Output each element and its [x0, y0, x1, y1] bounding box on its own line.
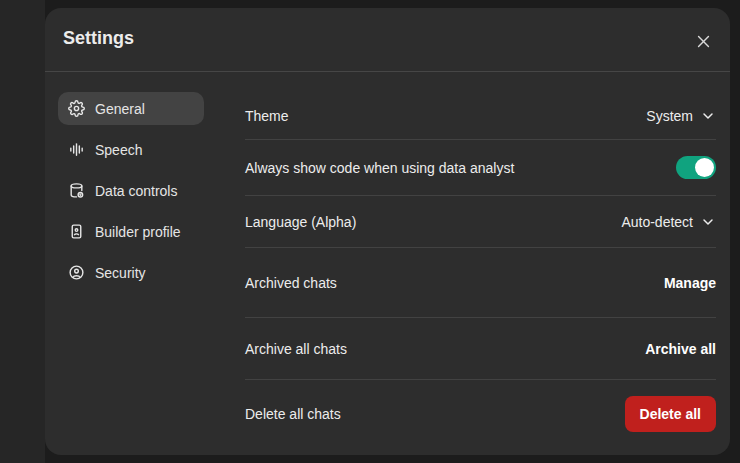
dialog-title: Settings	[63, 28, 134, 49]
theme-label: Theme	[245, 108, 289, 124]
waveform-icon	[68, 141, 85, 158]
settings-sidebar: General Speech Data controls Builder pro…	[58, 92, 204, 289]
language-value: Auto-detect	[621, 214, 693, 230]
sidebar-item-label: Security	[95, 265, 146, 281]
close-icon	[695, 33, 712, 50]
database-gear-icon	[68, 182, 85, 199]
chevron-down-icon	[700, 108, 716, 124]
setting-row-theme: Theme System	[245, 92, 716, 140]
archive-all-label: Archive all chats	[245, 341, 347, 357]
dialog-header: Settings	[45, 8, 730, 72]
toggle-knob	[695, 158, 714, 177]
sidebar-item-label: General	[95, 101, 145, 117]
theme-dropdown[interactable]: System	[646, 108, 716, 124]
show-code-toggle[interactable]	[676, 156, 716, 179]
archived-chats-label: Archived chats	[245, 275, 337, 291]
setting-row-archived-chats: Archived chats Manage	[245, 248, 716, 318]
close-button[interactable]	[690, 28, 716, 54]
language-label: Language (Alpha)	[245, 214, 356, 230]
id-card-icon	[68, 223, 85, 240]
sidebar-item-general[interactable]: General	[58, 92, 204, 125]
sidebar-item-label: Data controls	[95, 183, 177, 199]
manage-button[interactable]: Manage	[664, 275, 716, 291]
sidebar-item-data-controls[interactable]: Data controls	[58, 174, 204, 207]
show-code-label: Always show code when using data analyst	[245, 160, 514, 176]
background-app-band	[0, 0, 45, 463]
sidebar-item-label: Builder profile	[95, 224, 181, 240]
setting-row-language: Language (Alpha) Auto-detect	[245, 196, 716, 248]
sidebar-item-security[interactable]: Security	[58, 256, 204, 289]
archive-all-button[interactable]: Archive all	[645, 341, 716, 357]
setting-row-archive-all: Archive all chats Archive all	[245, 318, 716, 380]
sidebar-item-speech[interactable]: Speech	[58, 133, 204, 166]
theme-value: System	[646, 108, 693, 124]
chevron-down-icon	[700, 214, 716, 230]
language-dropdown[interactable]: Auto-detect	[621, 214, 716, 230]
sidebar-item-label: Speech	[95, 142, 142, 158]
sidebar-item-builder-profile[interactable]: Builder profile	[58, 215, 204, 248]
setting-row-show-code: Always show code when using data analyst	[245, 140, 716, 196]
person-badge-icon	[68, 264, 85, 281]
setting-row-delete-all: Delete all chats Delete all	[245, 380, 716, 447]
settings-dialog: Settings General Speech Data controls	[45, 8, 730, 455]
delete-all-button[interactable]: Delete all	[625, 396, 716, 432]
delete-all-label: Delete all chats	[245, 406, 341, 422]
settings-pane: Theme System Always show code when using…	[245, 92, 716, 447]
gear-icon	[68, 100, 85, 117]
